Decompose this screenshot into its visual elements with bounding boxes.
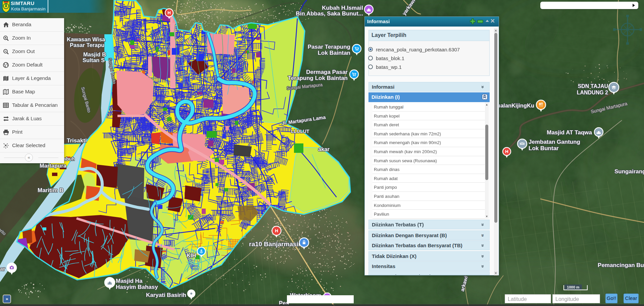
svg-text:Jembatan Gantung: Jembatan Gantung bbox=[529, 139, 580, 145]
svg-text:LLULUT: LLULUT bbox=[291, 129, 309, 134]
svg-text:Bin Abbas, Saka Bunut...: Bin Abbas, Saka Bunut... bbox=[296, 10, 363, 17]
svg-text:LANDUNG 2: LANDUNG 2 bbox=[577, 90, 608, 95]
svg-text:akar: akar bbox=[318, 146, 330, 152]
svg-text:Masjid Ha: Masjid Ha bbox=[116, 278, 143, 284]
svg-text:Pasar Terapu: Pasar Terapu bbox=[70, 42, 104, 48]
svg-text:ualanKijingKu: ualanKijingKu bbox=[497, 102, 534, 108]
svg-text:Maritim B: Maritim B bbox=[38, 187, 63, 193]
svg-text:Hasyim Bahasy: Hasyim Bahasy bbox=[116, 284, 158, 290]
svg-text:SDN TAJAU: SDN TAJAU bbox=[578, 83, 608, 89]
svg-text:Pasar Terapung: Pasar Terapung bbox=[308, 44, 350, 50]
svg-text:Sungairang: Sungairang bbox=[614, 168, 644, 175]
svg-text:Lok Buntar: Lok Buntar bbox=[529, 145, 559, 151]
svg-text:KIH: KIH bbox=[187, 252, 196, 258]
svg-text:Karyati Basirih: Karyati Basirih bbox=[146, 292, 186, 298]
svg-text:Kawasan Wisa: Kawasan Wisa bbox=[67, 36, 105, 42]
svg-text:Masjid B: Masjid B bbox=[83, 51, 106, 57]
svg-text:abuh: abuh bbox=[63, 156, 75, 162]
svg-text:Dermaga Pasar: Dermaga Pasar bbox=[306, 69, 348, 75]
svg-text:Masjid AT Taqwa: Masjid AT Taqwa bbox=[547, 129, 592, 136]
svg-text:Martapura: Martapura bbox=[40, 163, 67, 169]
svg-text:Lok Baintan: Lok Baintan bbox=[318, 50, 350, 56]
svg-text:Pemancingan Bu: Pemancingan Bu bbox=[598, 262, 644, 268]
svg-text:Trisakti: Trisakti bbox=[67, 137, 87, 144]
svg-text:1000 m: 1000 m bbox=[567, 285, 580, 289]
svg-text:Terapung Lok Baintan: Terapung Lok Baintan bbox=[288, 75, 348, 81]
svg-text:ra10 Banjarmasin: ra10 Banjarmasin bbox=[249, 241, 302, 248]
svg-text:Sultan S: Sultan S bbox=[83, 57, 105, 63]
svg-text:ar: ar bbox=[0, 266, 5, 272]
